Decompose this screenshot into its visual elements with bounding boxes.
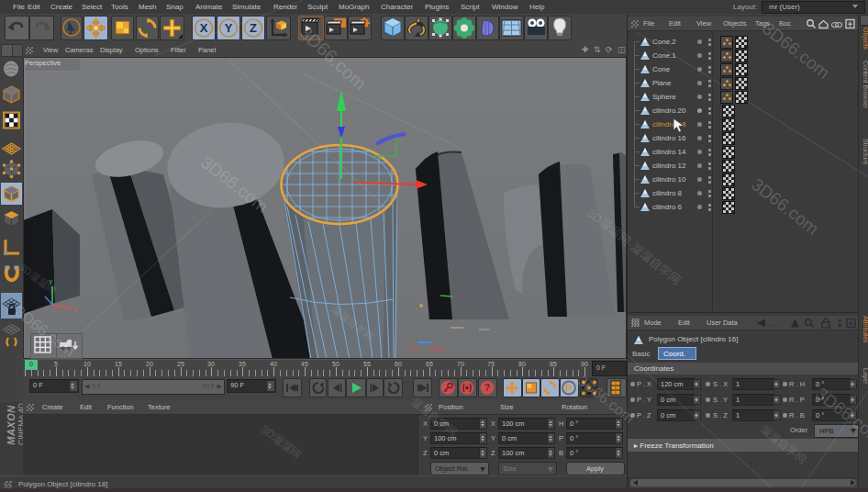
svg-text:Y: Y — [49, 279, 53, 285]
svg-text:Z: Z — [250, 21, 257, 35]
svg-text:X: X — [200, 21, 208, 35]
svg-text:?: ? — [484, 383, 490, 393]
svg-text:Y: Y — [225, 21, 233, 35]
svg-text:X: X — [72, 308, 77, 314]
svg-text:P: P — [565, 383, 572, 394]
